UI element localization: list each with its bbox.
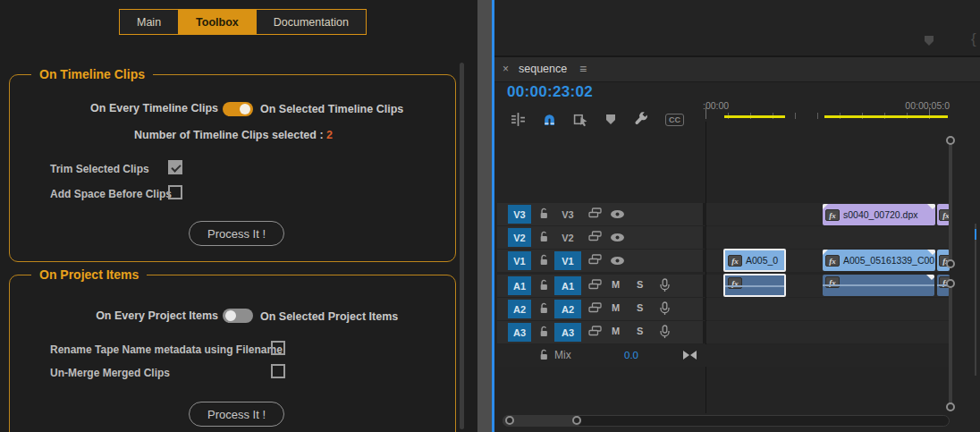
source-patch-a2[interactable]: A2 <box>508 300 531 318</box>
panel-grip-icon[interactable]: { <box>971 30 976 48</box>
track-lock-icon[interactable] <box>538 349 550 361</box>
header-lane-gap <box>703 250 706 272</box>
ruler-start-label: :00:00 <box>703 100 729 111</box>
track-lock-icon[interactable] <box>538 231 550 243</box>
audio-scrollbar-top-handle[interactable] <box>946 279 955 288</box>
clip-v1-a005-selected[interactable]: fx A005_0 <box>723 249 786 272</box>
video-tracks-scrollbar[interactable] <box>949 140 952 264</box>
track-name-v1[interactable]: V1 <box>554 251 581 270</box>
audio-tracks-scrollbar[interactable] <box>949 284 952 405</box>
mute-button-a2[interactable]: M <box>612 302 620 313</box>
add-marker-icon[interactable] <box>604 113 617 125</box>
marker-icon[interactable] <box>923 34 935 47</box>
track-output-eye-icon[interactable] <box>610 233 625 242</box>
sync-lock-icon[interactable] <box>588 302 602 314</box>
solo-button-a1[interactable]: S <box>637 279 643 290</box>
track-lock-icon[interactable] <box>538 279 550 292</box>
captions-icon[interactable]: CC <box>665 114 684 126</box>
track-lock-icon[interactable] <box>538 208 550 220</box>
upper-panel-strip: { <box>494 0 980 55</box>
track-name-v3[interactable]: V3 <box>554 205 581 224</box>
fx-badge[interactable]: fx <box>728 255 742 267</box>
mute-button-a3[interactable]: M <box>612 326 620 336</box>
adjacent-panel-focus-tick <box>975 229 976 240</box>
panel-menu-icon[interactable]: ≡ <box>579 62 587 76</box>
clip-v1-a005-05161339[interactable]: fx A005_05161339_C00 <box>823 250 935 271</box>
source-patch-v2[interactable]: V2 <box>508 228 531 247</box>
voiceover-mic-icon[interactable] <box>659 301 671 316</box>
track-row-mix: Mix 0.0 <box>497 344 950 367</box>
track-name-a3[interactable]: A3 <box>554 323 581 342</box>
track-output-eye-icon[interactable] <box>610 209 625 219</box>
linked-selection-icon[interactable] <box>573 112 588 127</box>
clip-a1-selected[interactable]: fx <box>723 274 786 297</box>
adjacent-panel-scrollbar[interactable] <box>975 224 976 376</box>
timeline-clips-toggle[interactable] <box>223 102 253 116</box>
close-icon[interactable]: × <box>503 63 509 75</box>
triangle-left <box>690 351 697 360</box>
add-space-before-clips-checkbox[interactable] <box>168 185 182 199</box>
sync-lock-icon[interactable] <box>588 279 602 291</box>
fx-badge[interactable]: fx <box>825 209 840 221</box>
playhead-timecode[interactable]: 00:00:23:02 <box>507 83 593 101</box>
sync-lock-icon[interactable] <box>588 231 602 242</box>
solo-button-a3[interactable]: S <box>637 326 643 336</box>
source-patch-a3[interactable]: A3 <box>508 323 531 342</box>
source-patch-a1[interactable]: A1 <box>508 276 531 295</box>
process-timeline-clips-button[interactable]: Process It ! <box>189 221 284 246</box>
mute-button-a1[interactable]: M <box>612 279 620 290</box>
toggle-knob <box>225 310 236 321</box>
tab-main[interactable]: Main <box>120 10 179 34</box>
track-lock-icon[interactable] <box>538 302 550 315</box>
hscroll-left-zoom-handle[interactable] <box>505 416 514 425</box>
voiceover-mic-icon[interactable] <box>659 278 671 292</box>
sync-lock-icon[interactable] <box>588 254 602 266</box>
ruler-tick-zero <box>705 107 706 119</box>
section-title: On Project Items <box>31 267 147 282</box>
audio-scrollbar-bottom-handle[interactable] <box>946 402 955 411</box>
clip-edit-notch <box>927 204 935 209</box>
voiceover-mic-icon[interactable] <box>659 325 671 339</box>
clip-v3-s0040[interactable]: fx s0040_00720.dpx <box>823 204 935 225</box>
snap-magnet-icon[interactable] <box>542 112 557 127</box>
sync-lock-icon[interactable] <box>588 208 602 219</box>
source-patch-v3[interactable]: V3 <box>508 205 531 224</box>
track-name-a2[interactable]: A2 <box>554 300 581 318</box>
process-project-items-button[interactable]: Process It ! <box>189 402 284 427</box>
track-name-a1[interactable]: A1 <box>554 276 581 295</box>
track-lock-icon[interactable] <box>538 254 550 267</box>
nest-toggle-icon[interactable] <box>511 112 526 127</box>
sync-lock-icon[interactable] <box>588 326 602 337</box>
mix-volume-value[interactable]: 0.0 <box>604 350 658 360</box>
fx-badge[interactable]: fx <box>728 277 742 289</box>
trim-selected-clips-checkbox[interactable] <box>168 160 182 174</box>
clip-label: s0040_00720.dpx <box>843 209 918 220</box>
header-lane-gap <box>703 226 706 249</box>
track-lock-icon[interactable] <box>538 326 550 338</box>
track-name-v2[interactable]: V2 <box>554 228 581 247</box>
left-panel-scrollbar[interactable] <box>460 63 464 429</box>
timeline-tab-sequence[interactable]: sequence <box>519 63 567 75</box>
fx-badge[interactable]: fx <box>825 255 840 267</box>
clip-a1-second[interactable]: fx <box>823 275 934 296</box>
clip-edit-notch <box>926 275 934 280</box>
tab-documentation[interactable]: Documentation <box>257 10 366 34</box>
tab-toolbox[interactable]: Toolbox <box>179 10 257 34</box>
timeline-settings-wrench-icon[interactable] <box>634 111 649 126</box>
hscroll-right-zoom-handle[interactable] <box>572 416 581 425</box>
source-patch-v1[interactable]: V1 <box>508 251 531 270</box>
project-items-toggle[interactable] <box>223 309 253 323</box>
clip-v3-next[interactable]: fx s <box>937 204 950 225</box>
track-output-eye-icon[interactable] <box>610 256 625 266</box>
video-scrollbar-top-handle[interactable] <box>946 136 955 145</box>
solo-button-a2[interactable]: S <box>637 302 643 313</box>
mix-track-name: Mix <box>554 349 571 361</box>
panel-divider[interactable] <box>477 0 492 432</box>
fx-badge[interactable]: fx <box>825 276 840 288</box>
rename-tape-name-checkbox[interactable] <box>271 341 285 355</box>
unmerge-merged-clips-checkbox[interactable] <box>271 364 285 378</box>
trim-selected-clips-label: Trim Selected Clips <box>50 163 149 175</box>
keyframe-bowtie-icon[interactable] <box>683 351 697 360</box>
video-scrollbar-bottom-handle[interactable] <box>946 259 955 268</box>
horizontal-scrollbar-thumb[interactable] <box>503 415 581 427</box>
